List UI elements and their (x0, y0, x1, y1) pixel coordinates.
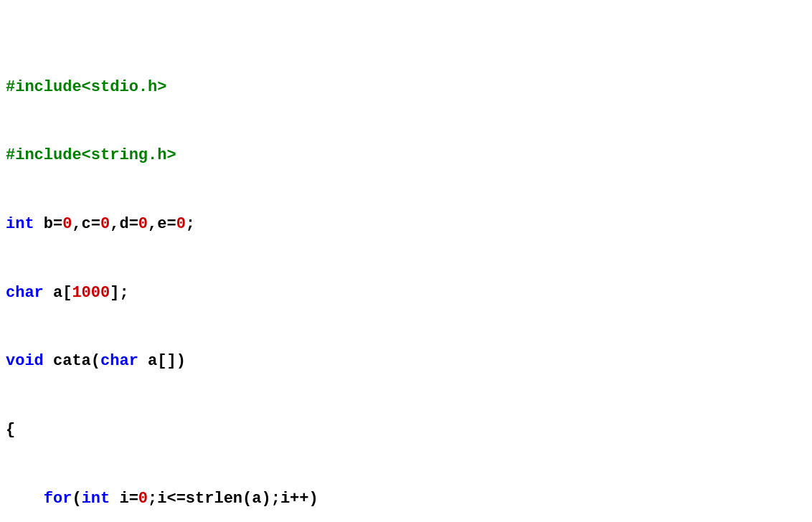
line-char-a: char a[1000]; (6, 282, 806, 305)
line-for-loop: for(int i=0;i<=strlen(a);i++) (6, 488, 806, 511)
code-editor: #include<stdio.h> #include<string.h> int… (6, 7, 806, 522)
line-open-brace1: { (6, 419, 806, 442)
line-include-stdio: #include<stdio.h> (6, 76, 806, 99)
line-void-cata: void cata(char a[]) (6, 350, 806, 373)
line-include-string: #include<string.h> (6, 144, 806, 167)
line-global-int: int b=0,c=0,d=0,e=0; (6, 213, 806, 236)
